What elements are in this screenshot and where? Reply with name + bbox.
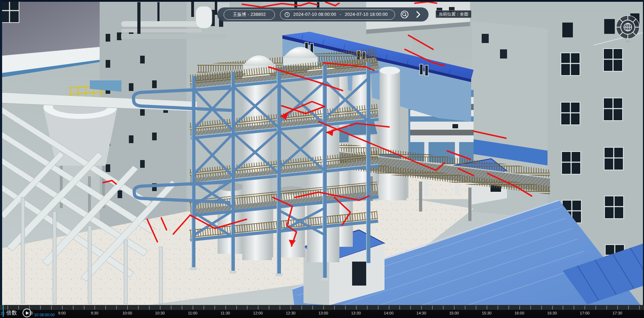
person-selector-label: 王振博 - 238802 — [233, 12, 266, 18]
timeline-tick — [258, 306, 258, 310]
timeline-time-label: 14:00 — [384, 311, 394, 315]
timeline-tick — [116, 306, 117, 310]
time-range-separator: - — [340, 12, 341, 17]
timeline-tick — [628, 306, 629, 310]
timeline-tick — [541, 306, 542, 310]
timeline-tick — [639, 306, 640, 310]
timeline-time-label: 11:30 — [220, 311, 230, 315]
timeline-tick — [312, 306, 313, 310]
top-toolbar: 王振博 - 238802 2024-07-10 08:00:00 - 2024-… — [217, 7, 429, 22]
timeline-tick — [269, 306, 269, 310]
current-playback-time: 10 08:00:00 — [34, 313, 55, 317]
person-selector[interactable]: 王振博 - 238802 — [224, 10, 275, 20]
timeline-tick — [465, 306, 465, 310]
timeline-tick — [193, 306, 193, 310]
timeline-tick — [378, 306, 379, 310]
time-range-picker[interactable]: 2024-07-10 08:00:00 - 2024-07-10 18:00:0… — [280, 10, 395, 20]
timeline-tick — [62, 306, 63, 310]
timeline-tick — [498, 306, 498, 310]
timeline-time-label: 14:30 — [417, 311, 426, 315]
scene-3d-viewport[interactable] — [0, 0, 644, 318]
app-window: 王振博 - 238802 2024-07-10 08:00:00 - 2024-… — [0, 0, 644, 318]
speed-label: 倍数 — [6, 310, 17, 316]
timeline-tick — [247, 306, 248, 310]
timeline-time-label: 16:00 — [514, 311, 524, 315]
timeline-tick — [399, 306, 400, 310]
timeline-tick — [367, 306, 368, 310]
timeline-tick — [432, 306, 433, 310]
compass-icon — [615, 14, 641, 40]
timeline-time-label: 16:30 — [547, 311, 557, 315]
timeline-tick — [105, 306, 106, 310]
timeline-tick — [584, 306, 585, 310]
timeline-tick — [487, 306, 487, 310]
timeline-tick — [236, 306, 237, 310]
current-location-badge: 当前位置：全图 — [436, 10, 471, 18]
timeline-tick — [574, 306, 574, 310]
timeline-tick — [214, 306, 215, 310]
time-range-end: 2024-07-10 18:00:00 — [345, 12, 388, 17]
timeline-tick — [476, 306, 476, 310]
timeline-tick — [617, 306, 618, 310]
timeline-time-label: 15:00 — [449, 311, 459, 315]
timeline-time-label: 12:00 — [253, 311, 263, 315]
timeline-tick — [323, 306, 324, 310]
clock-icon — [285, 12, 290, 17]
timeline-tick — [606, 306, 607, 310]
timeline-tick — [149, 306, 150, 310]
timeline-tick — [454, 306, 455, 310]
timeline-tick — [563, 306, 563, 310]
window-border-top — [0, 0, 644, 2]
timeline-tick — [73, 306, 74, 310]
globe-icon — [624, 23, 632, 31]
chevron-right-icon — [416, 11, 420, 18]
timeline-tick — [301, 306, 302, 310]
timeline-tick — [421, 306, 422, 310]
compass-north-label: N — [615, 37, 641, 42]
play-forward-button[interactable] — [414, 10, 423, 19]
timeline-time-label: 10:00 — [123, 311, 132, 315]
locate-search-button[interactable] — [400, 10, 409, 19]
play-button[interactable] — [23, 308, 31, 317]
timeline-tick — [138, 306, 139, 310]
timeline-tick — [389, 306, 389, 310]
timeline-tick — [160, 306, 161, 310]
timeline-tick — [530, 306, 531, 310]
timeline-tick — [519, 306, 520, 310]
timeline-tick — [290, 306, 291, 310]
play-icon — [26, 311, 29, 315]
timeline-tick — [84, 306, 85, 310]
speed-value[interactable]: 20 — [1, 312, 5, 316]
timeline-tick — [443, 306, 444, 310]
timeline-time-label: 17:30 — [613, 311, 623, 315]
compass-widget[interactable]: N — [615, 14, 641, 44]
timeline-tick — [18, 306, 19, 310]
timeline-tick — [345, 306, 346, 310]
timeline-tick — [182, 306, 182, 310]
timeline-tick — [334, 306, 335, 310]
window-border-left — [0, 0, 2, 318]
timeline-tick — [51, 306, 52, 310]
timeline-tick — [94, 306, 95, 310]
timeline-tick — [225, 306, 226, 310]
timeline-time-label: 15:30 — [482, 311, 492, 315]
timeline-tick — [552, 306, 553, 310]
timeline-time-label: 10:30 — [155, 311, 165, 315]
locate-icon — [400, 10, 409, 19]
timeline-time-label: 13:30 — [351, 311, 361, 315]
timeline-tick — [171, 306, 171, 310]
timeline-tick — [356, 306, 357, 310]
timeline-time-label: 17:00 — [580, 311, 590, 315]
timeline-time-label: 11:00 — [188, 311, 198, 315]
timeline-tick — [595, 306, 596, 310]
timeline-tick — [127, 306, 128, 310]
timeline-time-label: 12:30 — [286, 311, 296, 315]
timeline-time-label: 13:00 — [318, 311, 328, 315]
timeline-tick — [410, 306, 411, 310]
playback-controls: 20 倍数 10 08:00:00 — [0, 311, 106, 318]
time-range-start: 2024-07-10 08:00:00 — [293, 12, 336, 17]
timeline-tick — [204, 306, 204, 310]
timeline-tick — [40, 306, 41, 310]
timeline-tick — [508, 306, 509, 310]
timeline-tick — [280, 306, 280, 310]
